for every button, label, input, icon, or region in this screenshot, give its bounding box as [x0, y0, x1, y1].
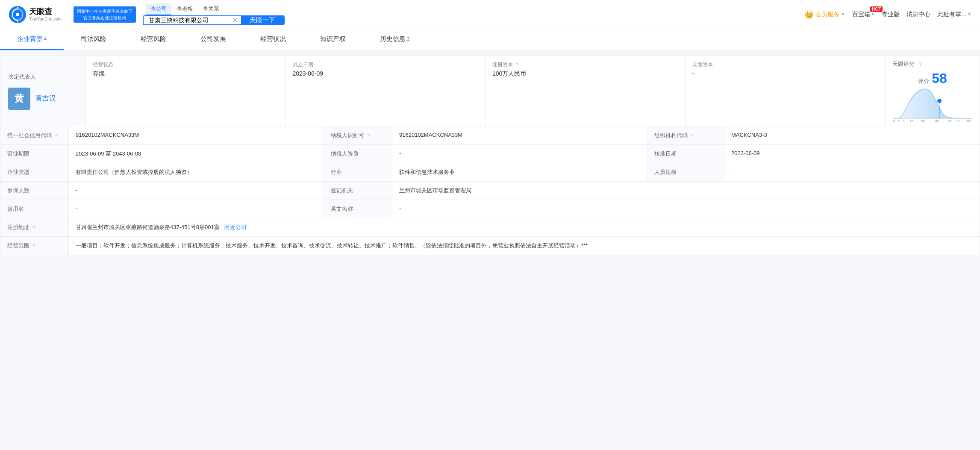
detail-row-2: 营业期限 2023-06-09 至 2043-06-08 纳税人资质 - 核准日…	[0, 145, 980, 163]
nearby-companies-link[interactable]: 附近公司	[224, 224, 247, 230]
detail-row-address: 注册地址 ? 甘肃省兰州市城关区张掖路街道酒泉路437-451号8层001室 附…	[0, 218, 980, 237]
basic-info-establish-date: 成立日期 2023-06-09	[286, 56, 486, 126]
legal-rep-cell: 法定代表人 黄 黄吉汉	[0, 56, 86, 126]
label-tax-qualification: 纳税人资质	[324, 145, 392, 163]
svg-text:3: 3	[903, 119, 905, 122]
detail-grid: 统一社会信用代码 ? 91620102MACKCNA33M 纳税人识别号 ? 9…	[0, 126, 980, 255]
detail-row-scope: 经营范围 ? 一般项目：软件开发；信息系统集成服务；计算机系统服务；技术服务、技…	[0, 237, 980, 255]
value-industry: 软件和信息技术服务业	[392, 163, 647, 182]
tab-company-development[interactable]: 公司发展	[183, 29, 243, 50]
help-icon[interactable]: ?	[368, 133, 370, 138]
value-credit-code: 91620102MACKCNA33M	[69, 126, 324, 145]
search-input[interactable]	[144, 17, 229, 24]
label-reg-authority: 登记机关	[324, 182, 392, 200]
crown-icon: 👑	[804, 10, 814, 19]
value-tax-qualification: -	[392, 145, 647, 163]
value-business-scope: 一般项目：软件开发；信息系统集成服务；计算机系统服务；技术服务、技术开发、技术咨…	[69, 237, 980, 255]
help-icon[interactable]: ?	[516, 62, 518, 67]
value-english-name: -	[392, 200, 980, 218]
score-header: 天眼评分 ?	[892, 60, 921, 68]
svg-text:85: 85	[935, 119, 939, 122]
nav-tabs-bar: 企业背景4 司法风险 经营风险 公司发展 经营状况 知识产权 历史信息2	[0, 29, 980, 50]
search-tabs: 查公司 查老板 查关系	[146, 3, 285, 15]
member-service-button[interactable]: 👑 会员服务 ▼	[804, 10, 845, 19]
score-prefix: 评分	[918, 77, 929, 85]
legal-rep-name[interactable]: 黄吉汉	[35, 94, 56, 103]
svg-text:100: 100	[965, 119, 971, 122]
value-former-name: -	[69, 200, 324, 218]
svg-text:99: 99	[956, 119, 960, 122]
brand-name: 天眼查	[29, 7, 62, 17]
label-business-scope: 经营范围 ?	[0, 237, 69, 255]
top-section: 法定代表人 黄 黄吉汉 经营状态 存续 成立日期 2023-06-09 注册资本…	[0, 56, 980, 126]
detail-row-1: 统一社会信用代码 ? 91620102MACKCNA33M 纳税人识别号 ? 9…	[0, 126, 980, 145]
label-company-type: 企业类型	[0, 163, 69, 182]
value-tax-id: 91620102MACKCNA33M	[392, 126, 647, 145]
help-icon[interactable]: ?	[55, 133, 58, 138]
nav-pro[interactable]: 专业版	[882, 11, 900, 18]
logo-area: 天眼查 TianYanCha.com	[9, 6, 62, 24]
value-address: 甘肃省兰州市城关区张掖路街道酒泉路437-451号8层001室 附近公司	[69, 218, 980, 236]
svg-text:50: 50	[921, 119, 925, 122]
tab-intellectual-property[interactable]: 知识产权	[303, 29, 363, 50]
tab-search-company[interactable]: 查公司	[146, 3, 171, 15]
header-right: 👑 会员服务 ▼ 百宝箱 ▼ HOT 专业版 消息中心 此处有掌... ▼	[804, 10, 971, 19]
value-approval-date: 2023-06-09	[724, 145, 980, 163]
brand-pinyin: TianYanCha.com	[29, 17, 62, 21]
gov-badge: 国家中小企业发展子基金旗下 官方备案企业征信机构	[74, 6, 136, 23]
tab-enterprise-background[interactable]: 企业背景4	[0, 29, 64, 50]
legal-rep-label: 法定代表人	[8, 73, 78, 81]
svg-point-1	[16, 13, 19, 16]
search-button[interactable]: 天眼一下	[241, 16, 284, 24]
value-org-code: MACKCNA3-3	[724, 126, 980, 145]
tab-search-boss[interactable]: 查老板	[172, 3, 197, 15]
avatar: 黄	[8, 88, 30, 110]
label-english-name: 英文名称	[324, 200, 392, 218]
svg-text:1: 1	[898, 119, 900, 122]
label-staff-size: 人员规模	[647, 163, 724, 182]
tab-judicial-risk[interactable]: 司法风险	[64, 29, 124, 50]
label-business-period: 营业期限	[0, 145, 69, 163]
label-former-name: 曾用名	[0, 200, 69, 218]
tab-search-relation[interactable]: 查关系	[198, 3, 224, 15]
tab-operational-status[interactable]: 经营状况	[243, 29, 303, 50]
header: 天眼查 TianYanCha.com 国家中小企业发展子基金旗下 官方备案企业征…	[0, 0, 980, 29]
label-insured: 参保人数	[0, 182, 69, 200]
chevron-down-icon: ▼	[871, 12, 875, 17]
basic-info-registered-capital: 注册资本 ? 100万人民币	[486, 56, 686, 126]
svg-text:97: 97	[948, 119, 952, 122]
logo-icon	[9, 6, 26, 24]
detail-row-5: 曾用名 - 英文名称 -	[0, 200, 980, 218]
hot-badge: HOT	[870, 6, 883, 12]
search-clear-icon[interactable]: ✕	[229, 16, 241, 24]
help-icon[interactable]: ?	[33, 225, 35, 230]
nav-message[interactable]: 消息中心	[906, 11, 930, 18]
nav-baobao[interactable]: 百宝箱 ▼ HOT	[852, 11, 875, 18]
detail-row-3: 企业类型 有限责任公司（自然人投资或控股的法人独资） 行业 软件和信息技术服务业…	[0, 163, 980, 182]
score-cell: 天眼评分 ? 评分 58	[886, 56, 980, 126]
help-icon[interactable]: ?	[919, 62, 921, 67]
main-content: 法定代表人 黄 黄吉汉 经营状态 存续 成立日期 2023-06-09 注册资本…	[0, 50, 980, 260]
chevron-down-icon: ▼	[967, 12, 971, 17]
tab-operational-risk[interactable]: 经营风险	[124, 29, 183, 50]
nav-more[interactable]: 此处有掌... ▼	[937, 11, 971, 18]
label-org-code: 组织机构代码 ?	[647, 126, 724, 145]
search-area: 查公司 查老板 查关系 ✕ 天眼一下	[143, 3, 285, 25]
value-reg-authority: 兰州市城关区市场监督管理局	[392, 182, 980, 200]
label-industry: 行业	[324, 163, 392, 182]
tab-history[interactable]: 历史信息2	[363, 29, 427, 50]
value-business-period: 2023-06-09 至 2043-06-08	[69, 145, 324, 163]
detail-row-4: 参保人数 - 登记机关 兰州市城关区市场监督管理局	[0, 182, 980, 200]
basic-info-paid-capital: 实缴资本 -	[686, 56, 886, 126]
brand-block: 天眼查 TianYanCha.com	[29, 7, 62, 21]
label-tax-id: 纳税人识别号 ?	[324, 126, 392, 145]
help-icon[interactable]: ?	[691, 133, 694, 138]
basic-info-grid: 经营状态 存续 成立日期 2023-06-09 注册资本 ? 100万人民币 实…	[86, 56, 886, 126]
help-icon[interactable]: ?	[33, 243, 35, 248]
label-credit-code: 统一社会信用代码 ?	[0, 126, 69, 145]
label-address: 注册地址 ?	[0, 218, 69, 236]
value-insured: -	[69, 182, 324, 200]
svg-text:15: 15	[909, 119, 913, 122]
value-staff-size: -	[724, 163, 980, 182]
score-value: 58	[932, 71, 947, 86]
